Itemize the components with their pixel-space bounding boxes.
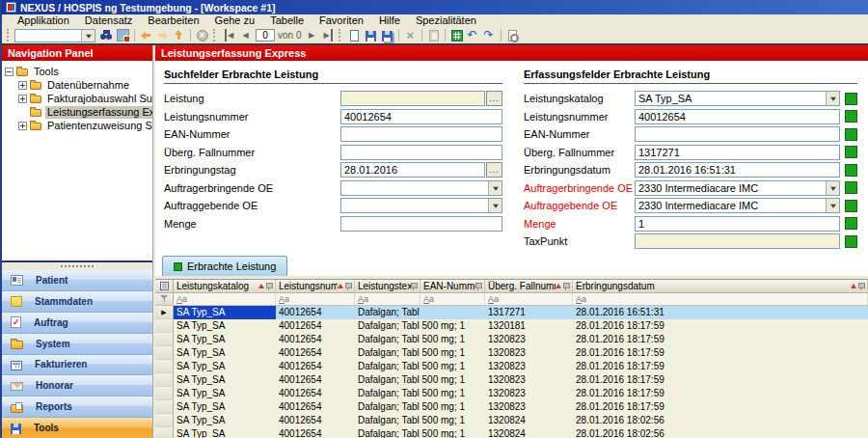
table-row[interactable]: ▶SA Typ_SA40012654Dafalgan; Tabl 500 mg;…	[155, 373, 868, 387]
table-row[interactable]: ▶SA Typ_SA40012654Dafalgan; Tabl 500 mg;…	[155, 346, 868, 360]
forward-button[interactable]	[154, 28, 171, 43]
image-export-button[interactable]	[115, 28, 131, 43]
table-row[interactable]: ▶SA Typ_SA40012654Dafalgan; Tabl 500 mg;…	[155, 333, 868, 346]
combo-arrow-icon[interactable]	[81, 30, 95, 41]
tree-item-leistungserfassung-express[interactable]: Leistungserfassung Express	[2, 105, 152, 119]
filter-gutter-cell[interactable]	[155, 293, 174, 305]
pin-icon[interactable]	[345, 282, 351, 290]
überg.-fallnummer-input[interactable]	[636, 146, 839, 159]
nav-last-button[interactable]	[319, 28, 336, 43]
filter-cell-leistungskatalog[interactable]: Aa	[174, 293, 276, 305]
tree-item-fakturajobauswahl-suche[interactable]: Fakturajobauswahl Suche	[2, 92, 152, 105]
filter-cell-überg.-fallnummer[interactable]: Aa	[485, 293, 573, 305]
browse-button[interactable]: ...	[486, 162, 502, 178]
column-header-erbringungsdatum[interactable]: Erbringungsdatum	[573, 280, 868, 292]
column-header-leistungsnummer[interactable]: Leistungsnummer	[276, 280, 355, 292]
menu-item-datensatz[interactable]: Datensatz	[77, 14, 141, 27]
undo-button[interactable]	[465, 28, 481, 43]
new-record-button[interactable]	[346, 28, 363, 43]
leistungsnummer-input[interactable]	[341, 110, 502, 123]
combo-arrow-icon[interactable]	[826, 199, 839, 212]
sidebar-item-system[interactable]: System	[2, 333, 152, 354]
table-row[interactable]: ▶SA Typ_SA40012654Dafalgan; Tabl 500 mg;…	[155, 319, 868, 333]
save-button[interactable]	[363, 28, 379, 43]
pin-icon[interactable]	[563, 282, 569, 290]
sidebar-item-auftrag[interactable]: Auftrag	[2, 312, 152, 333]
sidebar-item-reports[interactable]: Reports	[2, 396, 152, 417]
paste-button[interactable]	[425, 28, 442, 43]
filter-cell-leistungsnummer[interactable]: Aa	[276, 293, 355, 305]
table-row[interactable]: ▶SA Typ_SA40012654Dafalgan; Tabl 500 mg;…	[155, 414, 868, 427]
menu-item-applikation[interactable]: Applikation	[10, 14, 77, 27]
leistungskatalog-input[interactable]	[636, 92, 826, 105]
table-row[interactable]: ▶SA Typ_SA40012654Dafalgan; Tabl 500 mg;…	[155, 387, 868, 400]
menge-input[interactable]	[341, 217, 502, 231]
tab-erbrachte-leistung[interactable]: Erbrachte Leistung	[162, 256, 287, 276]
combo-arrow-icon[interactable]	[826, 92, 839, 105]
sidebar-item-patient[interactable]: Patient	[2, 270, 152, 290]
tree-expander-icon[interactable]	[18, 81, 27, 90]
toolbar-search-input[interactable]	[15, 30, 81, 41]
erbringungstag-input[interactable]	[341, 163, 484, 177]
tree-expander-icon[interactable]	[18, 95, 27, 103]
excel-export-button[interactable]	[448, 28, 465, 43]
combo-arrow-icon[interactable]	[826, 181, 839, 195]
tree-item-patientenzuweisung-suche[interactable]: Patientenzuweisung Suche	[2, 119, 152, 132]
menu-item-hilfe[interactable]: Hilfe	[371, 14, 408, 27]
menu-item-bearbeiten[interactable]: Bearbeiten	[140, 14, 206, 27]
auftragerbringende-oe-input[interactable]	[341, 181, 488, 195]
browse-button[interactable]: ...	[486, 91, 502, 106]
toolbar-grip[interactable]	[213, 29, 218, 41]
tree-item-datenübernahme[interactable]: Datenübernahme	[2, 78, 152, 92]
filter-cell-leistungstext[interactable]: Aa	[355, 293, 420, 305]
sidebar-item-tools[interactable]: Tools	[2, 417, 152, 438]
ean-nummer-input[interactable]	[636, 127, 839, 141]
table-row[interactable]: ▶SA Typ_SA40012654Dafalgan; Tabl 500 mg;…	[155, 400, 868, 414]
tree-expander-icon[interactable]	[18, 122, 27, 130]
pin-icon[interactable]	[266, 282, 272, 290]
filter-cell-erbringungsdatum[interactable]: Aa	[573, 293, 868, 305]
combo-arrow-icon[interactable]	[488, 199, 502, 212]
tree-item-tools[interactable]: Tools	[2, 65, 152, 78]
menu-item-gehe-zu[interactable]: Gehe zu	[207, 14, 263, 27]
combo-arrow-icon[interactable]	[488, 181, 502, 195]
auftraggebende-oe-input[interactable]	[636, 199, 826, 212]
redo-button[interactable]	[481, 28, 498, 43]
delete-button[interactable]	[402, 28, 419, 43]
toolbar-grip[interactable]	[7, 29, 12, 41]
back-button[interactable]	[138, 28, 154, 43]
nav-prev-button[interactable]	[237, 28, 254, 43]
menu-item-spezialitäten[interactable]: Spezialitäten	[408, 14, 484, 27]
menge-input[interactable]	[636, 217, 839, 231]
column-header-ean-nummer[interactable]: EAN-Nummer	[420, 280, 485, 292]
save-all-button[interactable]	[379, 28, 395, 43]
up-button[interactable]	[171, 28, 187, 43]
sidebar-item-honorar[interactable]: Honorar	[2, 374, 152, 396]
sidebar-item-fakturieren[interactable]: Fakturieren	[2, 354, 152, 375]
auftragerbringende-oe-input[interactable]	[636, 181, 826, 195]
menu-item-favoriten[interactable]: Favoriten	[312, 14, 371, 27]
column-header-leistungskatalog[interactable]: Leistungskatalog	[174, 280, 276, 292]
pin-icon[interactable]	[475, 282, 481, 290]
panel-splitter[interactable]	[2, 262, 152, 270]
column-header-leistungstext[interactable]: Leistungstext	[355, 280, 420, 292]
nav-first-button[interactable]	[221, 28, 237, 43]
erbringungsdatum-input[interactable]	[636, 163, 839, 177]
preview-button[interactable]	[504, 28, 521, 43]
table-row[interactable]: ▶SA Typ_SA40012654Dafalgan; Tabl 500 mg;…	[155, 427, 868, 438]
leistung-input[interactable]	[341, 92, 484, 105]
find-button[interactable]	[98, 28, 115, 43]
taxpunkt-input[interactable]	[636, 234, 839, 248]
menu-item-tabelle[interactable]: Tabelle	[262, 14, 312, 27]
table-row[interactable]: ▶SA Typ_SA40012654Dafalgan; Tabl 500 mg;…	[155, 306, 868, 319]
ean-nummer-input[interactable]	[341, 127, 502, 141]
column-header-überg.-fallnummer[interactable]: Überg. Fallnummer	[485, 280, 573, 292]
pin-icon[interactable]	[858, 282, 864, 290]
überg.-fallnummer-input[interactable]	[341, 146, 502, 159]
filter-cell-ean-nummer[interactable]: Aa	[420, 293, 485, 305]
grid-corner-cell[interactable]	[155, 280, 174, 292]
leistungsnummer-input[interactable]	[636, 110, 839, 123]
toolbar-grip[interactable]	[339, 29, 343, 41]
tree-expander-icon[interactable]	[5, 68, 14, 76]
pin-icon[interactable]	[411, 282, 417, 290]
